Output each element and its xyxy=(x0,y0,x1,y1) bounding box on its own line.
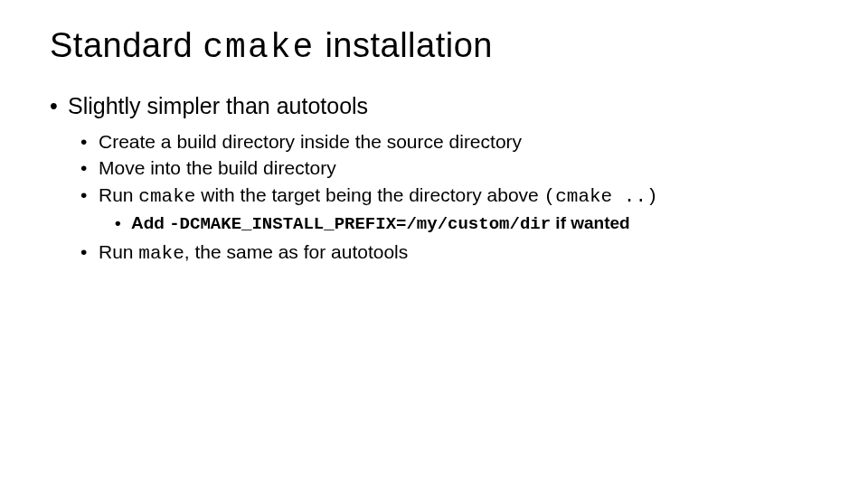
list-item: Move into the build directory xyxy=(80,155,818,180)
lvl1-text: Slightly simpler than autotools xyxy=(68,93,368,118)
lvl2-text-mid: with the target being the directory abov… xyxy=(195,184,543,205)
inline-code: make xyxy=(138,243,184,264)
bullet-list-level3: Add -DCMAKE_INSTALL_PREFIX=/my/custom/di… xyxy=(99,212,818,236)
lvl2-text-pre: Run xyxy=(99,184,138,205)
slide-title: Standard cmake installation xyxy=(50,27,818,67)
bullet-list-level1: Slightly simpler than autotools Create a… xyxy=(50,92,818,266)
inline-code: (cmake ..) xyxy=(544,186,658,207)
list-item: Run make, the same as for autotools xyxy=(80,239,818,266)
inline-code: cmake xyxy=(138,186,195,207)
list-item: Create a build directory inside the sour… xyxy=(80,129,818,154)
lvl2-text-pre: Run xyxy=(99,241,138,262)
list-item: Run cmake with the target being the dire… xyxy=(80,183,818,236)
lvl2-text: Create a build directory inside the sour… xyxy=(99,131,522,152)
title-text-post: installation xyxy=(315,26,493,64)
slide: Standard cmake installation Slightly sim… xyxy=(0,0,868,488)
lvl3-text-post: if wanted xyxy=(551,213,630,232)
list-item: Add -DCMAKE_INSTALL_PREFIX=/my/custom/di… xyxy=(115,212,818,236)
title-code: cmake xyxy=(203,28,315,67)
lvl3-text-pre: Add xyxy=(131,213,169,232)
list-item: Slightly simpler than autotools Create a… xyxy=(50,92,818,266)
lvl2-text: Move into the build directory xyxy=(99,157,336,178)
title-text-pre: Standard xyxy=(50,26,203,64)
bullet-list-level2: Create a build directory inside the sour… xyxy=(68,129,818,266)
lvl2-text-post: , the same as for autotools xyxy=(184,241,408,262)
inline-code: -DCMAKE_INSTALL_PREFIX=/my/custom/dir xyxy=(169,214,551,234)
